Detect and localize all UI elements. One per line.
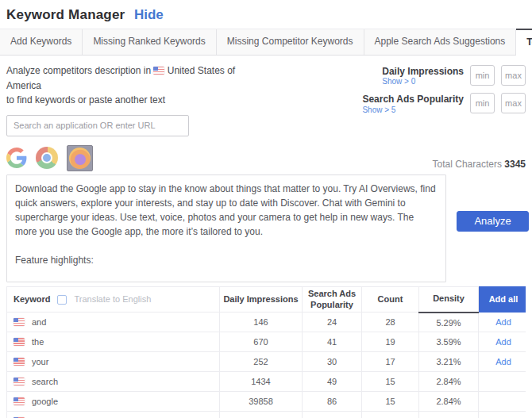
daily-impressions-cell: 670 xyxy=(220,332,303,352)
density-cell: 2.84% xyxy=(419,372,479,392)
page-title: Keyword Manager xyxy=(6,7,125,22)
add-all-button[interactable]: Add all xyxy=(479,286,526,313)
search-ads-popularity-label: Search Ads Popularity xyxy=(362,94,464,105)
search-ads-popularity-filter: Search Ads Popularity Show > 5 xyxy=(362,93,526,113)
desc-text-line2: to find keywords or paste another text xyxy=(6,93,268,108)
description-textarea[interactable]: Download the Google app to stay in the k… xyxy=(6,174,446,282)
tab-text-analyzer[interactable]: Text Analyzer xyxy=(516,29,532,56)
add-keyword-link[interactable]: Add xyxy=(495,357,511,366)
search-ads-popularity-min-input[interactable] xyxy=(470,93,495,113)
table-row: google 39858 86 15 2.84% xyxy=(7,392,526,412)
analyze-button[interactable]: Analyze xyxy=(457,211,529,232)
firefox-icon-selected[interactable] xyxy=(67,145,93,171)
keyword-cell: your xyxy=(32,357,48,366)
keyword-manager-panel: Keyword Manager Hide Add Keywords Missin… xyxy=(0,0,532,418)
daily-impressions-column-header[interactable]: Daily Impressions xyxy=(220,286,303,313)
text-analyzer-content: Analyze competitors description in Unite… xyxy=(0,56,532,418)
us-flag-icon xyxy=(13,358,25,366)
keyword-cell: the xyxy=(32,337,44,347)
search-ads-popularity-cell: 41 xyxy=(303,332,362,352)
tab-missing-ranked-keywords[interactable]: Missing Ranked Keywords xyxy=(83,29,216,55)
hide-link[interactable]: Hide xyxy=(134,7,164,22)
panel-header: Keyword Manager Hide xyxy=(0,0,532,29)
translate-to-english-checkbox[interactable] xyxy=(57,295,67,305)
us-flag-icon xyxy=(13,397,25,405)
table-row: your 252 30 17 3.21% Add xyxy=(7,352,526,372)
table-row: the 670 41 19 3.59% Add xyxy=(7,332,526,352)
keyword-cell: and xyxy=(32,317,46,327)
tab-apple-search-ads-suggestions[interactable]: Apple Search Ads Suggestions xyxy=(364,29,517,55)
daily-impressions-filter: Daily Impressions Show > 0 xyxy=(382,65,526,86)
add-keyword-link[interactable]: Add xyxy=(495,337,511,347)
analyzer-intro: Analyze competitors description in Unite… xyxy=(6,63,268,136)
search-ads-popularity-max-input[interactable] xyxy=(501,93,526,113)
analyzer-description: Analyze competitors description in Unite… xyxy=(6,63,268,108)
us-flag-icon xyxy=(13,338,25,346)
keyword-cell: search xyxy=(32,377,58,386)
table-header-row: Keyword Translate to English Daily Impre… xyxy=(7,286,526,313)
search-ads-popularity-show-link[interactable]: Show > 5 xyxy=(362,105,464,114)
daily-impressions-cell: 39858 xyxy=(220,392,303,412)
add-keyword-link[interactable]: Add xyxy=(495,317,511,327)
daily-impressions-max-input[interactable] xyxy=(501,65,526,86)
count-cell: 28 xyxy=(362,313,419,332)
keywords-table-container[interactable]: Keyword Translate to English Daily Impre… xyxy=(6,286,526,418)
table-row: and 146 24 28 5.29% Add xyxy=(7,313,526,332)
density-cell: 5.29% xyxy=(419,313,479,332)
count-cell: 15 xyxy=(362,412,419,418)
daily-impressions-cell: 2223 xyxy=(220,412,303,418)
search-ads-popularity-cell: 49 xyxy=(303,372,362,392)
tab-add-keywords[interactable]: Add Keywords xyxy=(0,29,83,55)
daily-impressions-show-link[interactable]: Show > 0 xyxy=(382,77,464,86)
daily-impressions-cell: 146 xyxy=(220,313,303,332)
density-column-header-sorted[interactable]: Density xyxy=(419,286,479,313)
daily-impressions-cell: 1434 xyxy=(220,372,303,392)
search-ads-popularity-cell: 86 xyxy=(303,392,362,412)
count-cell: 17 xyxy=(362,352,419,372)
us-flag-icon xyxy=(13,378,25,385)
total-characters: Total Characters 3345 xyxy=(275,159,526,173)
total-characters-value: 3345 xyxy=(504,159,526,170)
keyword-column-header: Keyword xyxy=(13,294,50,305)
daily-impressions-cell: 252 xyxy=(220,352,303,372)
chrome-icon[interactable] xyxy=(36,147,58,169)
count-cell: 19 xyxy=(362,332,419,352)
desc-text: Analyze competitors description in xyxy=(6,65,151,76)
firefox-icon xyxy=(69,148,91,169)
density-cell: 3.59% xyxy=(419,332,479,352)
count-cell: 15 xyxy=(362,372,419,392)
app-search-input[interactable] xyxy=(6,115,189,136)
daily-impressions-min-input[interactable] xyxy=(470,65,495,86)
count-column-header[interactable]: Count xyxy=(362,286,419,313)
total-characters-label: Total Characters xyxy=(433,159,502,170)
search-ads-popularity-column-header[interactable]: Search Ads Popularity xyxy=(303,286,362,313)
density-cell: 3.21% xyxy=(419,352,479,372)
filters-panel: Daily Impressions Show > 0 Search Ads Po… xyxy=(362,63,526,136)
search-ads-popularity-cell: 56 xyxy=(303,412,362,418)
tab-missing-competitor-keywords[interactable]: Missing Competitor Keywords xyxy=(217,29,364,55)
us-flag-icon xyxy=(13,318,25,326)
keyword-cell: google xyxy=(32,397,58,406)
count-cell: 15 xyxy=(362,392,419,412)
tab-bar: Add Keywords Missing Ranked Keywords Mis… xyxy=(0,29,532,56)
google-app-icon[interactable] xyxy=(6,148,27,168)
table-row: search 1434 49 15 2.84% xyxy=(7,372,526,392)
translate-to-english-label[interactable]: Translate to English xyxy=(74,294,151,305)
density-cell: 2.84% xyxy=(419,412,479,418)
keywords-table: Keyword Translate to English Daily Impre… xyxy=(6,286,526,418)
table-row: you 2223 56 15 2.84% Add xyxy=(7,412,526,418)
app-icon-list xyxy=(6,145,93,171)
us-flag-icon xyxy=(153,67,164,75)
search-ads-popularity-cell: 30 xyxy=(303,352,362,372)
density-cell: 2.84% xyxy=(419,392,479,412)
daily-impressions-label: Daily Impressions xyxy=(382,66,464,77)
search-ads-popularity-cell: 24 xyxy=(303,313,362,332)
